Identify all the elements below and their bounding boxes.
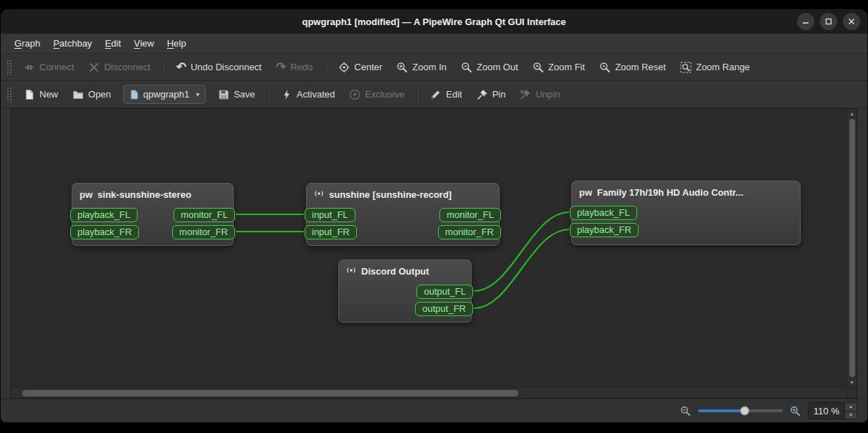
port-input_FL[interactable]: input_FL <box>305 208 356 222</box>
menu-patchbay-label: P <box>53 38 59 49</box>
zoom-range-button[interactable]: Zoom Range <box>674 58 756 77</box>
menubar: Graph Patchbay Edit View Help <box>1 34 867 54</box>
pin-icon <box>477 89 488 100</box>
menu-graph-label: G <box>14 38 22 49</box>
pin-button[interactable]: Pin <box>470 85 512 104</box>
graph-canvas[interactable]: pwsink-sunshine-stereoplayback_FLplaybac… <box>11 109 846 387</box>
zoom-in-icon <box>396 62 408 73</box>
center-button[interactable]: Center <box>332 58 388 77</box>
menu-view[interactable]: View <box>128 34 161 53</box>
menu-edit-label-rest: dit <box>111 38 121 49</box>
scroll-up-icon[interactable]: ▲ <box>847 109 857 118</box>
node-title: Discord Output <box>361 266 429 277</box>
port-playback_FR[interactable]: playback_FR <box>570 223 639 237</box>
graph-node-sunshine[interactable]: sunshine [sunshine-record]input_FLinput_… <box>306 183 500 246</box>
zoom-fit-icon <box>533 62 544 73</box>
zoom-value[interactable]: 110 % <box>809 403 844 419</box>
node-header: pwFamily 17h/19h HD Audio Contr... <box>572 181 800 203</box>
pipewire-icon: pw <box>80 190 92 199</box>
zoom-in-button[interactable]: Zoom In <box>390 58 453 77</box>
activated-toggle[interactable]: Activated <box>275 85 341 104</box>
menu-help[interactable]: Help <box>161 34 193 53</box>
patchbay-toolbar: New Open qpwgraph1 ▾ Save Activated Excl… <box>1 81 867 108</box>
save-label: Save <box>234 89 255 100</box>
spin-down-icon[interactable]: ▼ <box>845 411 857 419</box>
titlebar[interactable]: qpwgraph1 [modified] — A PipeWire Graph … <box>1 9 867 34</box>
minimize-button[interactable] <box>797 13 814 30</box>
unpin-icon <box>520 89 531 100</box>
unpin-button[interactable]: Unpin <box>513 85 566 104</box>
scroll-down-icon[interactable]: ▼ <box>847 378 857 387</box>
edit-button[interactable]: Edit <box>424 85 468 104</box>
port-playback_FL[interactable]: playback_FL <box>70 208 138 222</box>
vertical-scrollbar-thumb[interactable] <box>849 119 855 377</box>
toolbar-separator <box>416 86 418 103</box>
open-button[interactable]: Open <box>66 85 118 104</box>
zoom-reset-button[interactable]: Zoom Reset <box>593 58 672 77</box>
toolbar-separator <box>267 86 269 103</box>
vertical-scrollbar[interactable]: ▲ ▼ <box>846 109 857 387</box>
port-monitor_FR[interactable]: monitor_FR <box>438 225 501 239</box>
menu-patchbay[interactable]: Patchbay <box>47 34 98 53</box>
port-playback_FR[interactable]: playback_FR <box>70 225 139 239</box>
menu-help-label: H <box>167 38 173 49</box>
audio-device-icon <box>346 265 356 277</box>
zoom-fit-button[interactable]: Zoom Fit <box>526 58 591 77</box>
bolt-icon <box>281 89 292 100</box>
node-title: sunshine [sunshine-record] <box>329 189 452 200</box>
toolbar-drag-handle[interactable] <box>6 87 12 103</box>
window-title: qpwgraph1 [modified] — A PipeWire Graph … <box>302 16 566 27</box>
canvas-frame: pwsink-sunshine-stereoplayback_FLplaybac… <box>11 108 857 399</box>
node-title: sink-sunshine-stereo <box>97 189 191 200</box>
horizontal-scrollbar-thumb[interactable] <box>22 390 518 396</box>
pipewire-icon: pw <box>579 188 592 197</box>
zoom-slider-thumb[interactable] <box>740 406 749 416</box>
spin-up-icon[interactable]: ▲ <box>845 403 857 411</box>
pin-label: Pin <box>492 89 506 100</box>
save-icon <box>218 89 229 100</box>
disconnect-label: Disconnect <box>104 62 150 72</box>
scroll-right-icon[interactable]: ▶ <box>846 389 868 398</box>
disconnect-button[interactable]: Disconnect <box>82 58 156 77</box>
horizontal-scrollbar[interactable]: ◀ ▶ <box>11 387 846 398</box>
toolbar-separator <box>325 59 326 76</box>
port-monitor_FR[interactable]: monitor_FR <box>172 225 235 239</box>
port-playback_FL[interactable]: playback_FL <box>570 206 637 220</box>
maximize-icon <box>825 18 832 25</box>
zoom-range-icon <box>680 62 692 73</box>
port-input_FR[interactable]: input_FR <box>305 225 357 239</box>
redo-label: Redo <box>290 62 313 72</box>
zoom-reset-icon <box>599 62 611 73</box>
graph-node-discord[interactable]: Discord Outputoutput_FLoutput_FR <box>338 260 472 323</box>
zoom-in-small-icon[interactable] <box>790 406 801 417</box>
menu-graph[interactable]: Graph <box>8 34 47 53</box>
new-button[interactable]: New <box>17 85 65 104</box>
node-header: Discord Output <box>339 260 471 282</box>
exclusive-toggle[interactable]: Exclusive <box>343 85 411 104</box>
zoom-out-button[interactable]: Zoom Out <box>454 58 525 77</box>
save-button[interactable]: Save <box>211 85 262 104</box>
open-label: Open <box>88 89 111 100</box>
graph-node-family[interactable]: pwFamily 17h/19h HD Audio Contr...playba… <box>571 181 801 245</box>
maximize-button[interactable] <box>820 13 837 30</box>
spin-arrows: ▲ ▼ <box>844 403 857 419</box>
menu-help-label-rest: elp <box>173 38 186 49</box>
port-monitor_FL[interactable]: monitor_FL <box>173 208 235 222</box>
zoom-out-small-icon[interactable] <box>680 406 691 417</box>
graph-node-sink[interactable]: pwsink-sunshine-stereoplayback_FLplaybac… <box>72 183 234 246</box>
audio-device-icon <box>314 189 324 200</box>
statusbar: 110 % ▲ ▼ <box>1 399 867 422</box>
connect-button[interactable]: Connect <box>17 58 80 77</box>
zoom-spinbox[interactable]: 110 % ▲ ▼ <box>808 402 857 419</box>
patchbay-file-combo[interactable]: qpwgraph1 ▾ <box>123 85 206 104</box>
zoom-slider[interactable] <box>698 409 783 412</box>
port-output_FL[interactable]: output_FL <box>416 285 473 299</box>
redo-button[interactable]: ↷ Redo <box>270 58 319 76</box>
menu-edit[interactable]: Edit <box>98 34 127 53</box>
undo-disconnect-button[interactable]: ↶ Undo Disconnect <box>170 58 268 76</box>
port-monitor_FL[interactable]: monitor_FL <box>439 208 501 222</box>
close-button[interactable] <box>843 13 860 30</box>
port-output_FR[interactable]: output_FR <box>415 302 473 316</box>
toolbar-drag-handle[interactable] <box>6 60 12 75</box>
zoom-reset-label: Zoom Reset <box>615 62 666 72</box>
